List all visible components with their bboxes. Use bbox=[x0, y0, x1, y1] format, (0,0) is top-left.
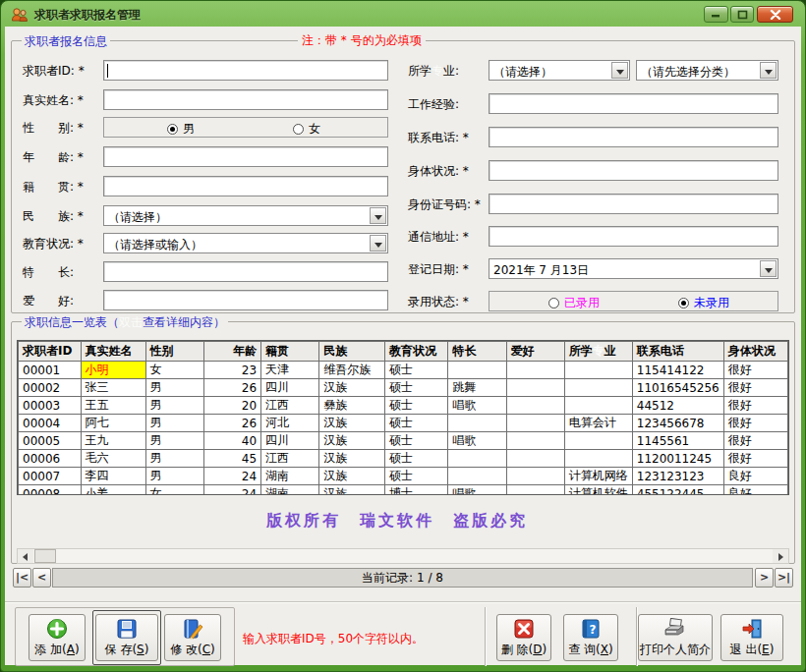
table-row[interactable]: 00008小姜女24湖南汉族博士唱歌计算机软件455122445良好 bbox=[19, 485, 788, 496]
sex-female-radio[interactable]: 女 bbox=[293, 121, 320, 138]
table-cell[interactable]: 良好 bbox=[723, 468, 787, 485]
health-input[interactable] bbox=[489, 160, 778, 181]
real-name-input[interactable] bbox=[103, 89, 388, 110]
table-cell[interactable]: 20 bbox=[203, 397, 260, 415]
table-cell[interactable]: 女 bbox=[145, 362, 203, 379]
table-cell[interactable]: 硕士 bbox=[384, 468, 447, 485]
table-cell[interactable]: 00002 bbox=[19, 379, 82, 397]
table-cell[interactable]: 唱歌 bbox=[448, 485, 506, 496]
table-cell[interactable]: 阿七 bbox=[81, 415, 145, 432]
table-cell[interactable] bbox=[506, 397, 564, 415]
table-cell[interactable]: 男 bbox=[145, 397, 203, 415]
ethnic-select[interactable]: （请选择） bbox=[103, 205, 388, 226]
maximize-button[interactable] bbox=[730, 6, 754, 23]
table-cell[interactable]: 00001 bbox=[19, 362, 82, 379]
phone-input[interactable] bbox=[489, 127, 778, 147]
table-cell[interactable]: 唱歌 bbox=[448, 397, 506, 415]
column-header[interactable]: 性别 bbox=[145, 342, 203, 362]
table-cell[interactable]: 电算会计 bbox=[564, 415, 632, 432]
dropdown-button[interactable] bbox=[760, 260, 777, 277]
table-cell[interactable] bbox=[564, 379, 632, 397]
add-button[interactable]: 添 加(A) bbox=[29, 614, 86, 661]
table-cell[interactable]: 小姜 bbox=[81, 485, 145, 496]
titlebar[interactable]: 求职者求职报名管理 bbox=[5, 3, 801, 27]
table-cell[interactable]: 男 bbox=[145, 450, 203, 468]
reg-date-select[interactable]: 2021年 7 月13日 bbox=[489, 258, 778, 279]
column-header[interactable]: 求职者ID bbox=[19, 342, 82, 362]
column-header[interactable]: 联系电话 bbox=[632, 342, 723, 362]
not-hired-radio[interactable]: 未录用 bbox=[678, 295, 729, 311]
work-exp-input[interactable] bbox=[489, 93, 778, 114]
table-cell[interactable] bbox=[506, 415, 564, 432]
horizontal-scrollbar[interactable] bbox=[17, 548, 789, 564]
major-sub-select[interactable]: （请先选择分类） bbox=[636, 60, 778, 81]
column-header[interactable]: 籍贯 bbox=[261, 342, 319, 362]
hobby-input[interactable] bbox=[103, 290, 388, 310]
table-cell[interactable] bbox=[448, 362, 506, 379]
table-cell[interactable]: 李四 bbox=[81, 468, 145, 485]
table-cell[interactable]: 00007 bbox=[19, 468, 82, 485]
table-cell[interactable]: 男 bbox=[145, 379, 203, 397]
table-cell[interactable] bbox=[564, 362, 632, 379]
table-cell[interactable]: 河北 bbox=[261, 415, 319, 432]
table-cell[interactable]: 1145561 bbox=[632, 432, 723, 450]
idcard-input[interactable] bbox=[489, 194, 778, 214]
table-cell[interactable]: 很好 bbox=[723, 379, 787, 397]
table-cell[interactable] bbox=[506, 485, 564, 496]
table-cell[interactable]: 硕士 bbox=[384, 450, 447, 468]
table-cell[interactable]: 唱歌 bbox=[448, 432, 506, 450]
table-row[interactable]: 00005王九男40四川汉族硕士唱歌1145561很好 bbox=[19, 432, 788, 450]
table-cell[interactable]: 彝族 bbox=[319, 397, 385, 415]
table-row[interactable]: 00001小明女23天津维吾尔族硕士115414122很好 bbox=[19, 362, 788, 379]
table-cell[interactable] bbox=[506, 379, 564, 397]
table-cell[interactable]: 1120011245 bbox=[632, 450, 723, 468]
column-header[interactable]: 所学专业 bbox=[564, 342, 632, 362]
table-cell[interactable]: 计算机网络 bbox=[564, 468, 632, 485]
table-cell[interactable]: 26 bbox=[203, 379, 260, 397]
nav-first-button[interactable]: |< bbox=[13, 568, 31, 588]
table-cell[interactable]: 四川 bbox=[261, 432, 319, 450]
table-cell[interactable]: 汉族 bbox=[319, 485, 385, 496]
table-cell[interactable]: 张三 bbox=[81, 379, 145, 397]
table-cell[interactable]: 计算机软件 bbox=[564, 485, 632, 496]
dropdown-button[interactable] bbox=[760, 62, 777, 79]
table-cell[interactable]: 硕士 bbox=[384, 415, 447, 432]
table-row[interactable]: 00003王五男20江西彝族硕士唱歌44512很好 bbox=[19, 397, 788, 415]
table-cell[interactable] bbox=[506, 450, 564, 468]
table-cell[interactable]: 很好 bbox=[723, 415, 787, 432]
address-input[interactable] bbox=[489, 226, 778, 247]
table-cell[interactable]: 博士 bbox=[384, 485, 447, 496]
table-cell[interactable]: 很好 bbox=[723, 362, 787, 379]
table-cell[interactable]: 123123123 bbox=[632, 468, 723, 485]
table-cell[interactable]: 硕士 bbox=[384, 432, 447, 450]
table-cell[interactable] bbox=[506, 468, 564, 485]
table-cell[interactable]: 24 bbox=[203, 468, 260, 485]
table-cell[interactable]: 汉族 bbox=[319, 468, 385, 485]
table-cell[interactable] bbox=[506, 362, 564, 379]
table-cell[interactable]: 123456678 bbox=[632, 415, 723, 432]
dropdown-button[interactable] bbox=[370, 235, 386, 252]
table-cell[interactable]: 26 bbox=[203, 415, 260, 432]
table-cell[interactable]: 湖南 bbox=[261, 485, 319, 496]
table-cell[interactable] bbox=[448, 468, 506, 485]
close-button[interactable] bbox=[757, 6, 793, 23]
modify-button[interactable]: 修 改(C) bbox=[164, 614, 221, 661]
major-category-select[interactable]: （请选择） bbox=[489, 60, 630, 81]
table-cell[interactable]: 男 bbox=[145, 415, 203, 432]
applicant-id-input[interactable] bbox=[103, 60, 388, 81]
table-cell[interactable] bbox=[564, 397, 632, 415]
table-cell[interactable]: 跳舞 bbox=[448, 379, 506, 397]
table-cell[interactable]: 良好 bbox=[723, 485, 787, 496]
table-cell[interactable]: 四川 bbox=[261, 379, 319, 397]
column-header[interactable]: 爱好 bbox=[506, 342, 564, 362]
table-cell[interactable]: 40 bbox=[203, 432, 260, 450]
table-cell[interactable]: 男 bbox=[145, 432, 203, 450]
table-cell[interactable]: 00005 bbox=[19, 432, 82, 450]
exit-button[interactable]: 退 出(E) bbox=[720, 614, 783, 661]
table-row[interactable]: 00006毛六男45江西汉族硕士1120011245很好 bbox=[19, 450, 788, 468]
table-cell[interactable]: 汉族 bbox=[319, 432, 385, 450]
table-cell[interactable]: 115414122 bbox=[632, 362, 723, 379]
sex-male-radio[interactable]: 男 bbox=[167, 121, 195, 138]
print-button[interactable]: 打印个人简介 bbox=[638, 614, 713, 661]
table-row[interactable]: 00004阿七男26河北汉族硕士电算会计123456678很好 bbox=[19, 415, 788, 432]
